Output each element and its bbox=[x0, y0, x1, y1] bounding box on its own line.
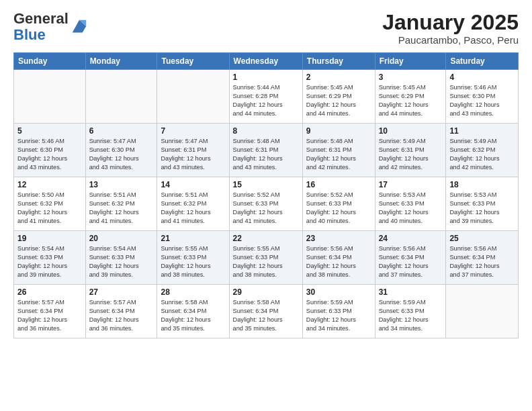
day-info: Sunrise: 5:51 AM Sunset: 6:32 PM Dayligh… bbox=[161, 191, 225, 226]
table-row: 10Sunrise: 5:49 AM Sunset: 6:31 PM Dayli… bbox=[375, 124, 446, 177]
day-info: Sunrise: 5:53 AM Sunset: 6:33 PM Dayligh… bbox=[379, 191, 443, 226]
table-row: 14Sunrise: 5:51 AM Sunset: 6:32 PM Dayli… bbox=[157, 177, 229, 231]
table-row: 12Sunrise: 5:50 AM Sunset: 6:32 PM Dayli… bbox=[14, 177, 86, 231]
logo-general: General bbox=[13, 10, 69, 27]
calendar-week-row: 26Sunrise: 5:57 AM Sunset: 6:34 PM Dayli… bbox=[14, 285, 519, 338]
table-row: 21Sunrise: 5:55 AM Sunset: 6:33 PM Dayli… bbox=[157, 231, 229, 285]
day-number: 20 bbox=[89, 234, 154, 243]
calendar-week-row: 1Sunrise: 5:44 AM Sunset: 6:28 PM Daylig… bbox=[14, 70, 519, 124]
day-number: 16 bbox=[306, 180, 371, 189]
day-number: 10 bbox=[379, 126, 443, 136]
day-number: 30 bbox=[306, 287, 371, 297]
table-row bbox=[85, 70, 157, 124]
day-info: Sunrise: 5:52 AM Sunset: 6:33 PM Dayligh… bbox=[306, 191, 371, 226]
day-number: 27 bbox=[89, 287, 154, 297]
day-info: Sunrise: 5:54 AM Sunset: 6:33 PM Dayligh… bbox=[17, 244, 82, 279]
day-number: 7 bbox=[161, 126, 225, 136]
day-info: Sunrise: 5:56 AM Sunset: 6:34 PM Dayligh… bbox=[306, 244, 371, 279]
day-number: 25 bbox=[449, 234, 515, 243]
day-info: Sunrise: 5:45 AM Sunset: 6:29 PM Dayligh… bbox=[306, 83, 371, 118]
table-row: 24Sunrise: 5:56 AM Sunset: 6:34 PM Dayli… bbox=[375, 231, 446, 285]
day-number: 18 bbox=[449, 180, 515, 189]
day-info: Sunrise: 5:59 AM Sunset: 6:33 PM Dayligh… bbox=[306, 298, 371, 333]
table-row: 8Sunrise: 5:48 AM Sunset: 6:31 PM Daylig… bbox=[229, 124, 302, 177]
table-row: 31Sunrise: 5:59 AM Sunset: 6:33 PM Dayli… bbox=[375, 285, 446, 338]
day-number: 29 bbox=[233, 287, 299, 297]
header-wednesday: Wednesday bbox=[229, 53, 302, 70]
table-row: 22Sunrise: 5:55 AM Sunset: 6:33 PM Dayli… bbox=[229, 231, 302, 285]
header: General Blue January 2025 Paucartambo, P… bbox=[13, 11, 519, 46]
day-info: Sunrise: 5:55 AM Sunset: 6:33 PM Dayligh… bbox=[233, 244, 299, 279]
table-row bbox=[157, 70, 229, 124]
header-friday: Friday bbox=[375, 53, 446, 70]
title-block: January 2025 Paucartambo, Pasco, Peru bbox=[382, 11, 519, 46]
day-info: Sunrise: 5:49 AM Sunset: 6:31 PM Dayligh… bbox=[379, 137, 443, 172]
table-row bbox=[446, 285, 519, 338]
header-sunday: Sunday bbox=[14, 53, 86, 70]
table-row: 9Sunrise: 5:48 AM Sunset: 6:31 PM Daylig… bbox=[302, 124, 375, 177]
day-number: 9 bbox=[306, 126, 371, 136]
table-row: 27Sunrise: 5:57 AM Sunset: 6:34 PM Dayli… bbox=[85, 285, 157, 338]
page: General Blue January 2025 Paucartambo, P… bbox=[0, 0, 532, 345]
day-info: Sunrise: 5:54 AM Sunset: 6:33 PM Dayligh… bbox=[89, 244, 154, 279]
day-number: 22 bbox=[233, 234, 299, 243]
day-number: 13 bbox=[89, 180, 154, 189]
header-tuesday: Tuesday bbox=[157, 53, 229, 70]
table-row: 20Sunrise: 5:54 AM Sunset: 6:33 PM Dayli… bbox=[85, 231, 157, 285]
day-number: 28 bbox=[161, 287, 225, 297]
day-info: Sunrise: 5:58 AM Sunset: 6:34 PM Dayligh… bbox=[161, 298, 225, 333]
day-info: Sunrise: 5:59 AM Sunset: 6:33 PM Dayligh… bbox=[379, 298, 443, 333]
day-number: 26 bbox=[17, 287, 82, 297]
table-row: 16Sunrise: 5:52 AM Sunset: 6:33 PM Dayli… bbox=[302, 177, 375, 231]
table-row: 17Sunrise: 5:53 AM Sunset: 6:33 PM Dayli… bbox=[375, 177, 446, 231]
table-row: 18Sunrise: 5:53 AM Sunset: 6:33 PM Dayli… bbox=[446, 177, 519, 231]
day-number: 6 bbox=[89, 126, 154, 136]
table-row: 25Sunrise: 5:56 AM Sunset: 6:34 PM Dayli… bbox=[446, 231, 519, 285]
calendar-subtitle: Paucartambo, Pasco, Peru bbox=[382, 34, 519, 46]
table-row: 5Sunrise: 5:46 AM Sunset: 6:30 PM Daylig… bbox=[14, 124, 86, 177]
day-number: 21 bbox=[161, 234, 225, 243]
day-info: Sunrise: 5:57 AM Sunset: 6:34 PM Dayligh… bbox=[17, 298, 82, 333]
logo-blue: Blue bbox=[13, 26, 46, 43]
day-info: Sunrise: 5:47 AM Sunset: 6:31 PM Dayligh… bbox=[161, 137, 225, 172]
day-number: 17 bbox=[379, 180, 443, 189]
day-number: 2 bbox=[306, 73, 371, 82]
day-info: Sunrise: 5:45 AM Sunset: 6:29 PM Dayligh… bbox=[379, 83, 443, 118]
day-info: Sunrise: 5:48 AM Sunset: 6:31 PM Dayligh… bbox=[306, 137, 371, 172]
day-info: Sunrise: 5:56 AM Sunset: 6:34 PM Dayligh… bbox=[449, 244, 515, 279]
table-row: 11Sunrise: 5:49 AM Sunset: 6:32 PM Dayli… bbox=[446, 124, 519, 177]
day-number: 19 bbox=[17, 234, 82, 243]
table-row: 19Sunrise: 5:54 AM Sunset: 6:33 PM Dayli… bbox=[14, 231, 86, 285]
day-info: Sunrise: 5:46 AM Sunset: 6:30 PM Dayligh… bbox=[449, 83, 515, 118]
table-row: 23Sunrise: 5:56 AM Sunset: 6:34 PM Dayli… bbox=[302, 231, 375, 285]
header-thursday: Thursday bbox=[302, 53, 375, 70]
table-row: 30Sunrise: 5:59 AM Sunset: 6:33 PM Dayli… bbox=[302, 285, 375, 338]
table-row: 1Sunrise: 5:44 AM Sunset: 6:28 PM Daylig… bbox=[229, 70, 302, 124]
day-number: 24 bbox=[379, 234, 443, 243]
table-row bbox=[14, 70, 86, 124]
day-info: Sunrise: 5:52 AM Sunset: 6:33 PM Dayligh… bbox=[233, 191, 299, 226]
table-row: 29Sunrise: 5:58 AM Sunset: 6:34 PM Dayli… bbox=[229, 285, 302, 338]
day-info: Sunrise: 5:56 AM Sunset: 6:34 PM Dayligh… bbox=[379, 244, 443, 279]
table-row: 15Sunrise: 5:52 AM Sunset: 6:33 PM Dayli… bbox=[229, 177, 302, 231]
calendar-week-row: 12Sunrise: 5:50 AM Sunset: 6:32 PM Dayli… bbox=[14, 177, 519, 231]
day-info: Sunrise: 5:46 AM Sunset: 6:30 PM Dayligh… bbox=[17, 137, 82, 172]
day-info: Sunrise: 5:51 AM Sunset: 6:32 PM Dayligh… bbox=[89, 191, 154, 226]
calendar-title: January 2025 bbox=[382, 11, 519, 34]
weekday-header-row: Sunday Monday Tuesday Wednesday Thursday… bbox=[14, 53, 519, 70]
header-saturday: Saturday bbox=[446, 53, 519, 70]
day-info: Sunrise: 5:50 AM Sunset: 6:32 PM Dayligh… bbox=[17, 191, 82, 226]
day-number: 11 bbox=[449, 126, 515, 136]
header-monday: Monday bbox=[85, 53, 157, 70]
day-info: Sunrise: 5:48 AM Sunset: 6:31 PM Dayligh… bbox=[233, 137, 299, 172]
day-number: 8 bbox=[233, 126, 299, 136]
day-number: 12 bbox=[17, 180, 82, 189]
day-number: 4 bbox=[449, 73, 515, 82]
logo-icon bbox=[70, 17, 89, 36]
logo: General Blue bbox=[13, 11, 89, 43]
day-number: 3 bbox=[379, 73, 443, 82]
day-info: Sunrise: 5:49 AM Sunset: 6:32 PM Dayligh… bbox=[449, 137, 515, 172]
day-number: 1 bbox=[233, 73, 299, 82]
day-info: Sunrise: 5:47 AM Sunset: 6:30 PM Dayligh… bbox=[89, 137, 154, 172]
table-row: 28Sunrise: 5:58 AM Sunset: 6:34 PM Dayli… bbox=[157, 285, 229, 338]
